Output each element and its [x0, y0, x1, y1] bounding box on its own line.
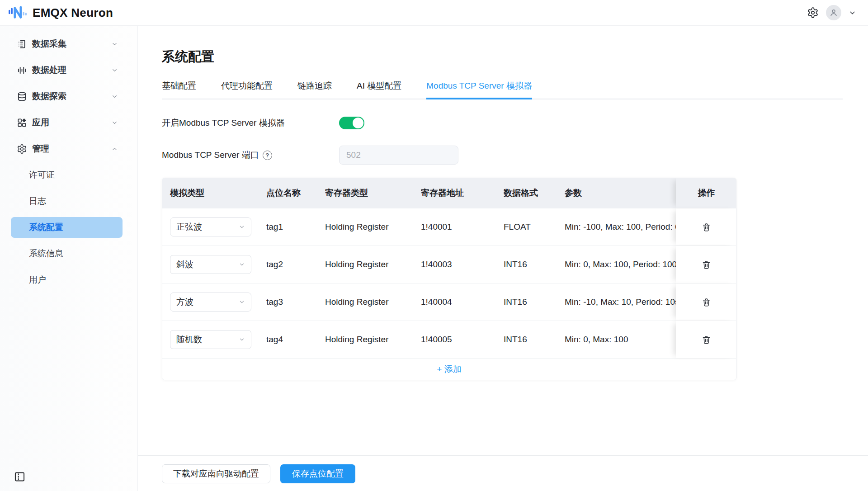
- col-header: 寄存器类型: [325, 178, 421, 208]
- table-row: 方波 tag3 Holding Register 1!40004 INT16 M…: [162, 283, 736, 321]
- neuron-logo-icon: [8, 5, 27, 20]
- tab-bar: 基础配置 代理功能配置 链路追踪 AI 模型配置 Modbus TCP Serv…: [162, 80, 843, 99]
- table-row: 正弦波 tag1 Holding Register 1!40001 FLOAT …: [162, 208, 736, 246]
- sidebar-subitem-system-info[interactable]: 系统信息: [0, 241, 137, 267]
- sidebar-subitem-label: 日志: [29, 195, 46, 207]
- sidebar-item-apps[interactable]: 应用: [0, 109, 137, 136]
- params-cell: Min: -10, Max: 10, Period: 10s: [565, 283, 676, 321]
- data-processing-icon: [17, 65, 27, 76]
- sidebar-subitem-users[interactable]: 用户: [0, 267, 137, 293]
- sidebar-item-data-processing[interactable]: 数据处理: [0, 57, 137, 83]
- chevron-down-icon: [111, 93, 118, 100]
- chevron-down-icon: [239, 261, 245, 268]
- app-title: EMQX Neuron: [33, 6, 113, 20]
- col-header: 数据格式: [504, 178, 565, 208]
- simulator-toggle-row: 开启Modbus TCP Server 模拟器: [162, 117, 868, 129]
- col-header: 点位名称: [266, 178, 325, 208]
- params-cell: Min: 0, Max: 100: [565, 321, 676, 358]
- tab-ai-model-config[interactable]: AI 模型配置: [357, 80, 401, 99]
- table-row: 随机数 tag4 Holding Register 1!40005 INT16 …: [162, 321, 736, 358]
- management-gear-icon: [17, 144, 27, 154]
- sim-type-select[interactable]: 方波: [170, 293, 251, 312]
- col-header: 模拟类型: [162, 178, 266, 208]
- sim-type-select[interactable]: 随机数: [170, 330, 251, 349]
- delete-row-button[interactable]: [700, 333, 713, 346]
- delete-row-button[interactable]: [700, 221, 713, 234]
- register-type-cell: Holding Register: [325, 321, 421, 358]
- sidebar-item-data-collection[interactable]: 数据采集: [0, 31, 137, 57]
- add-row-button[interactable]: + 添加: [162, 358, 736, 380]
- chevron-down-icon: [111, 119, 118, 126]
- params-cell: Min: 0, Max: 100, Period: 100s: [565, 246, 676, 283]
- sim-type-select[interactable]: 斜波: [170, 255, 251, 274]
- chevron-down-icon[interactable]: [849, 9, 856, 17]
- select-value: 方波: [176, 296, 193, 308]
- sidebar-collapse-icon[interactable]: [14, 471, 26, 483]
- sidebar-item-label: 数据处理: [32, 64, 66, 76]
- col-header-actions: 操作: [676, 178, 736, 208]
- params-cell: Min: -100, Max: 100, Period: 60s: [565, 208, 676, 246]
- register-type-cell: Holding Register: [325, 208, 421, 246]
- tag-name-cell: tag3: [266, 283, 325, 321]
- tab-basic-config[interactable]: 基础配置: [162, 80, 196, 99]
- chevron-up-icon: [111, 146, 118, 152]
- sidebar-subitem-logs[interactable]: 日志: [0, 188, 137, 214]
- tab-modbus-tcp-simulator[interactable]: Modbus TCP Server 模拟器: [426, 80, 532, 99]
- sidebar-subitem-label: 系统配置: [29, 222, 63, 233]
- data-format-cell: FLOAT: [504, 208, 565, 246]
- register-address-cell: 1!40004: [421, 283, 504, 321]
- register-type-cell: Holding Register: [325, 246, 421, 283]
- port-input[interactable]: [339, 146, 458, 165]
- sidebar: 数据采集 数据处理 数据: [0, 26, 138, 491]
- help-icon[interactable]: ?: [263, 151, 272, 160]
- port-row: Modbus TCP Server 端口 ?: [162, 146, 868, 165]
- sidebar-item-data-explore[interactable]: 数据探索: [0, 83, 137, 109]
- simulator-toggle-label: 开启Modbus TCP Server 模拟器: [162, 117, 339, 129]
- apps-icon: [17, 118, 27, 128]
- sim-type-select[interactable]: 正弦波: [170, 217, 251, 236]
- sidebar-subitem-license[interactable]: 许可证: [0, 162, 137, 188]
- sidebar-item-label: 数据采集: [32, 38, 66, 50]
- toggle-knob: [353, 118, 363, 128]
- sidebar-item-label: 数据探索: [32, 90, 66, 102]
- data-collection-icon: [17, 39, 27, 49]
- data-format-cell: INT16: [504, 321, 565, 358]
- port-label: Modbus TCP Server 端口: [162, 149, 259, 161]
- col-header: 寄存器地址: [421, 178, 504, 208]
- delete-row-button[interactable]: [700, 258, 713, 271]
- tag-name-cell: tag2: [266, 246, 325, 283]
- register-address-cell: 1!40001: [421, 208, 504, 246]
- chevron-down-icon: [239, 299, 245, 305]
- app-logo: EMQX Neuron: [8, 5, 113, 20]
- chevron-down-icon: [239, 336, 245, 343]
- tag-name-cell: tag4: [266, 321, 325, 358]
- tag-name-cell: tag1: [266, 208, 325, 246]
- register-address-cell: 1!40003: [421, 246, 504, 283]
- select-value: 随机数: [176, 334, 202, 345]
- col-header: 参数: [565, 178, 676, 208]
- table-row: 斜波 tag2 Holding Register 1!40003 INT16 M…: [162, 246, 736, 283]
- sidebar-subitem-system-config[interactable]: 系统配置: [0, 214, 137, 241]
- sidebar-item-label: 应用: [32, 117, 49, 128]
- sidebar-subitem-label: 许可证: [29, 169, 55, 181]
- sidebar-item-management[interactable]: 管理: [0, 136, 137, 162]
- user-avatar[interactable]: [826, 5, 841, 20]
- save-tags-config-button[interactable]: 保存点位配置: [280, 464, 355, 483]
- sidebar-subitem-label: 用户: [29, 274, 46, 286]
- tab-link-tracing[interactable]: 链路追踪: [297, 80, 332, 99]
- delete-row-button[interactable]: [700, 296, 713, 309]
- select-value: 正弦波: [176, 221, 202, 233]
- table-header-row: 模拟类型 点位名称 寄存器类型 寄存器地址 数据格式 参数 操作: [162, 178, 736, 208]
- settings-icon[interactable]: [807, 7, 819, 19]
- data-explore-icon: [17, 91, 27, 102]
- tab-proxy-config[interactable]: 代理功能配置: [221, 80, 273, 99]
- chevron-down-icon: [239, 224, 245, 230]
- select-value: 斜波: [176, 259, 193, 270]
- data-format-cell: INT16: [504, 246, 565, 283]
- data-format-cell: INT16: [504, 283, 565, 321]
- download-driver-config-button[interactable]: 下载对应南向驱动配置: [162, 464, 270, 483]
- simulator-toggle[interactable]: [339, 117, 364, 129]
- footer-action-bar: 下载对应南向驱动配置 保存点位配置: [138, 455, 868, 483]
- app-header: EMQX Neuron: [0, 0, 868, 26]
- register-type-cell: Holding Register: [325, 283, 421, 321]
